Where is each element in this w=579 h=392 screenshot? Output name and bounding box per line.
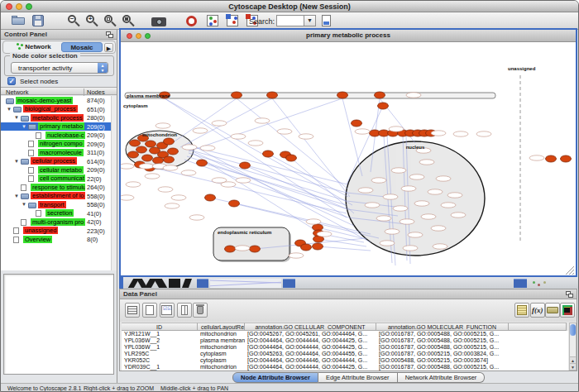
network-node[interactable] [164, 138, 175, 145]
table-cell[interactable]: YDR039C__1 [122, 364, 198, 370]
network-node[interactable] [375, 92, 385, 98]
delete-attribute-button[interactable] [193, 303, 208, 318]
tree-node-label[interactable]: cellular process [31, 157, 77, 165]
table-cell[interactable] [509, 337, 567, 344]
tab-network-attribute-browser[interactable]: Network Attribute Browser [398, 372, 486, 383]
table-cell[interactable]: [GO:0016787, GO:0005488, GO:0005215, G..… [376, 331, 509, 337]
network-node[interactable] [197, 160, 208, 166]
table-row[interactable]: YDR039C__1mitochondrion[GO:0044464, GO:0… [122, 364, 568, 370]
expand-arrow-icon[interactable]: ▼ [14, 194, 19, 198]
tree-row[interactable]: nitrogen compo209(0) [1, 140, 117, 149]
tree-row[interactable]: cell communicat22(0) [1, 174, 117, 184]
network-node[interactable] [136, 146, 147, 153]
tab-overflow-arrow[interactable]: ▶ [104, 43, 113, 52]
network-node[interactable] [263, 151, 274, 157]
tree-row[interactable]: unassigned223(0) [1, 227, 117, 236]
table-cell[interactable]: YJR121W__1 [122, 331, 198, 337]
table-cell[interactable]: [GO:0005488, GO:0005215, GO:0003674] [376, 357, 509, 364]
tree-row[interactable]: Overview8(0) [1, 235, 117, 244]
tree-row[interactable]: ▼metabolic process280(0) [1, 113, 117, 122]
table-cell[interactable]: mitochondrion [198, 344, 245, 351]
tree-header-network[interactable]: Network [6, 88, 29, 96]
tree-node-label[interactable]: unassigned [23, 227, 58, 234]
table-cell[interactable] [509, 331, 567, 337]
table-cell[interactable]: cytoplasm [198, 351, 245, 357]
attribute-matrix-button[interactable] [560, 303, 575, 318]
network-overview-button[interactable] [206, 14, 223, 28]
table-cell[interactable]: [GO:0016787, GO:0005488, GO:0005215, G..… [376, 364, 509, 370]
table-cell[interactable]: YPL036W__1 [122, 344, 198, 351]
network-node[interactable] [153, 157, 164, 164]
tree-node-label[interactable]: establishment of lo [31, 192, 85, 199]
expand-arrow-icon[interactable]: ▼ [22, 124, 26, 129]
float-panel-icon[interactable] [566, 291, 573, 298]
table-cell[interactable]: [GO:0045263, GO:0044464, GO:0044455, G..… [245, 351, 376, 357]
float-panel-icon[interactable] [106, 31, 113, 38]
tree-row[interactable]: mosaic-demo-yeast874(0) [1, 96, 117, 105]
network-node[interactable] [352, 120, 362, 127]
table-cell[interactable]: [GO:0044464, GO:0044444, GO:0044425, G..… [245, 364, 376, 370]
table-row[interactable]: YPL036W__1mitochondrion[GO:0044464, GO:0… [122, 344, 568, 351]
network-node[interactable] [546, 155, 557, 162]
network-node[interactable] [146, 141, 156, 147]
table-cell[interactable]: plasma membrane [198, 337, 245, 344]
import-attributes-button[interactable] [545, 303, 560, 318]
tree-row[interactable]: ▼biological_process651(0) [1, 105, 117, 114]
select-nodes-checkbox[interactable]: ✓ [7, 77, 16, 85]
network-node[interactable] [286, 155, 297, 161]
attribute-notes-button[interactable] [514, 303, 529, 318]
birdseye-view-panel[interactable] [3, 274, 114, 375]
column-layout-button[interactable] [177, 303, 192, 318]
table-row[interactable]: YKR052Ccytoplasm[GO:0044464, GO:0044446,… [122, 357, 568, 364]
function-builder-button[interactable]: f(x) [530, 303, 545, 318]
help-lifebuoy-button[interactable] [184, 14, 201, 28]
network-edge[interactable] [318, 246, 371, 251]
expand-arrow-icon[interactable]: ▼ [14, 115, 19, 120]
tree-node-label[interactable]: mosaic-demo-yeast [16, 97, 73, 104]
network-edge[interactable] [318, 239, 366, 246]
zoom-fit-button[interactable] [120, 14, 136, 28]
network-node[interactable] [205, 194, 216, 201]
network-frame-titlebar[interactable]: primary metabolic process [121, 30, 576, 42]
network-node[interactable] [337, 92, 348, 98]
expand-arrow-icon[interactable]: ▼ [7, 107, 12, 112]
table-row[interactable]: YPL036W__2plasma membrane[GO:0044464, GO… [122, 337, 568, 344]
network-node[interactable] [250, 246, 261, 252]
search-input[interactable] [276, 15, 304, 26]
network-edge[interactable] [342, 98, 362, 176]
table-cell[interactable] [509, 351, 567, 357]
network-node[interactable] [301, 244, 312, 251]
network-node[interactable] [142, 155, 153, 161]
table-cell[interactable]: [GO:0016787, GO:0005488, GO:0005215, G..… [376, 344, 509, 351]
combobox-stepper-icon[interactable]: ▲▼ [98, 63, 108, 73]
tree-node-label[interactable]: macromolecule [38, 149, 84, 156]
zoom-selected-region-button[interactable] [102, 14, 118, 28]
tree-node-label[interactable]: cell communicat [38, 174, 85, 182]
tab-mosaic[interactable]: Mosaic [61, 42, 103, 52]
tree-node-label[interactable]: transport [38, 201, 66, 208]
tree-row[interactable]: ▼cellular process614(0) [1, 157, 117, 166]
network-edge[interactable] [291, 158, 354, 213]
table-cell[interactable]: [GO:0016787, GO:0005215, GO:0003824, G..… [376, 351, 509, 357]
tab-network[interactable]: Network [8, 42, 60, 52]
network-edge[interactable] [268, 154, 348, 197]
table-cell[interactable]: [GO:0044464, GO:0044444, GO:0044425, G..… [245, 337, 376, 344]
network-node[interactable] [378, 103, 389, 109]
scroll-up-arrow[interactable]: ▲ [570, 356, 576, 363]
table-cell[interactable]: cytoplasm [198, 357, 245, 364]
tree-node-label[interactable]: secretion [45, 209, 74, 217]
table-cell[interactable]: mitochondrion [198, 364, 245, 370]
save-session-button[interactable] [31, 14, 47, 28]
tree-scrollbar[interactable] [111, 96, 117, 270]
expand-arrow-icon[interactable]: ▼ [14, 159, 19, 164]
table-cell[interactable] [509, 357, 567, 364]
resize-grip-icon[interactable] [572, 273, 574, 275]
table-cell[interactable]: YKR052C [122, 357, 198, 364]
select-attributes-button[interactable]: ☑☑ [160, 303, 175, 318]
network-node[interactable] [164, 156, 175, 163]
tree-row[interactable]: ▼establishment of lo558(0) [1, 192, 117, 201]
network-node[interactable] [240, 162, 251, 169]
network-canvas[interactable]: plasma membranecytoplasmunassignedmitoch… [121, 42, 576, 276]
tree-node-label[interactable]: Overview [23, 236, 52, 243]
table-cell[interactable]: [GO:0045267, GO:0045261, GO:0044464, G..… [245, 331, 376, 337]
